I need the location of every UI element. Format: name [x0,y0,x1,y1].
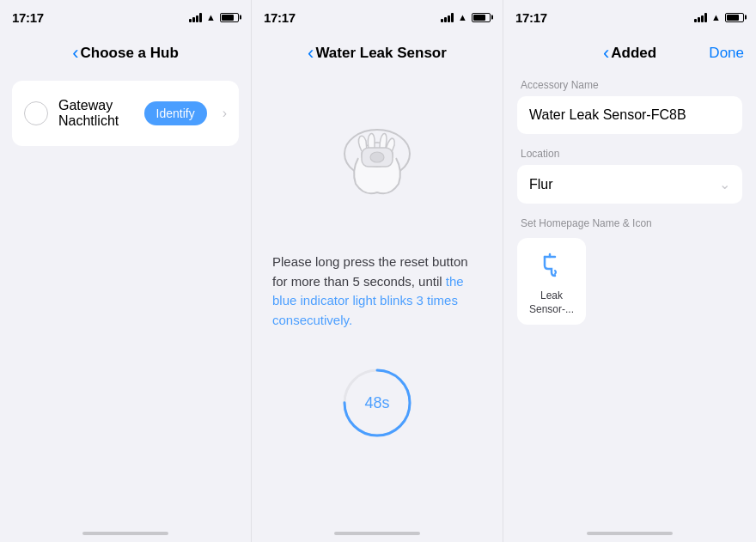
signal-icon-3 [694,13,707,22]
status-icons-2: ▲ [441,12,491,22]
nav-bar-2: ‹ Water Leak Sensor [252,34,503,72]
leak-sensor-icon [533,247,570,284]
location-chevron-icon: ⌄ [719,176,730,192]
sensor-content: Please long press the reset button for m… [252,72,503,542]
timer-circle: 48s [338,364,416,442]
battery-icon-3 [725,13,744,22]
status-time-2: 17:17 [264,10,296,25]
icon-tile-area: Leak Sensor-... [517,238,742,325]
panel-choose-hub: 17:17 ▲ ‹ Choose a Hub Gateway Nachtlich… [0,0,252,542]
wifi-icon-1: ▲ [206,12,216,22]
homepage-label: Set Homepage Name & Icon [517,217,742,229]
back-arrow-3[interactable]: ‹ [603,44,609,63]
home-indicator-3 [587,532,673,535]
signal-icon-1 [189,13,202,22]
location-label: Location [517,148,742,160]
back-arrow-2[interactable]: ‹ [308,44,314,63]
wifi-icon-2: ▲ [458,12,467,22]
accessory-name-label: Accessory Name [517,79,742,91]
done-button[interactable]: Done [709,45,744,62]
identify-button[interactable]: Identify [144,101,207,125]
home-indicator-2 [334,532,420,535]
nav-bar-1: ‹ Choose a Hub [0,34,251,72]
status-icons-3: ▲ [694,12,744,22]
timer-area: 48s [252,364,503,442]
icon-tile-label: Leak Sensor-... [524,289,579,316]
home-indicator-1 [82,532,168,535]
timer-value: 48s [364,394,389,412]
status-time-1: 17:17 [12,10,44,25]
wifi-icon-3: ▲ [711,12,721,22]
hub-list: Gateway Nachtlicht Identify › [12,81,239,146]
faucet-svg [536,250,567,281]
accessory-name-input[interactable]: Water Leak Sensor-FC8B [517,96,742,134]
battery-icon-1 [220,13,239,22]
svg-point-3 [370,152,384,162]
status-icons-1: ▲ [189,12,239,22]
status-time-3: 17:17 [515,10,547,25]
hub-chevron-icon: › [223,106,227,121]
nav-bar-3: ‹ Added Done [503,34,756,72]
battery-icon-2 [472,13,491,22]
status-bar-2: 17:17 ▲ [252,0,503,34]
nav-title-3: Added [611,45,656,62]
signal-icon-2 [441,13,454,22]
sensor-image-area [252,72,503,244]
hub-item[interactable]: Gateway Nachtlicht Identify › [12,88,239,139]
added-form-content: Accessory Name Water Leak Sensor-FC8B Lo… [503,72,756,542]
panel-water-leak-sensor: 17:17 ▲ ‹ Water Leak Sensor [252,0,503,542]
status-bar-1: 17:17 ▲ [0,0,251,34]
nav-title-2: Water Leak Sensor [315,45,446,62]
hub-list-container: Gateway Nachtlicht Identify › [0,72,251,542]
sensor-illustration [308,89,446,227]
location-section: Location Flur ⌄ [503,148,756,204]
instruction-text: Please long press the reset button for m… [252,244,503,338]
hub-circle-icon [24,101,48,125]
back-arrow-1[interactable]: ‹ [72,44,78,63]
status-bar-3: 17:17 ▲ [503,0,756,34]
location-select[interactable]: Flur ⌄ [517,165,742,204]
nav-title-1: Choose a Hub [81,45,179,62]
homepage-section: Set Homepage Name & Icon Leak Sensor-... [503,217,756,325]
hub-name: Gateway Nachtlicht [58,98,134,129]
instruction-normal: Please long press the reset button for m… [272,254,468,289]
leak-sensor-tile[interactable]: Leak Sensor-... [517,238,586,325]
panel-added: 17:17 ▲ ‹ Added Done Accessory Name Wate… [503,0,756,542]
location-value: Flur [529,177,553,192]
accessory-name-section: Accessory Name Water Leak Sensor-FC8B [503,79,756,134]
